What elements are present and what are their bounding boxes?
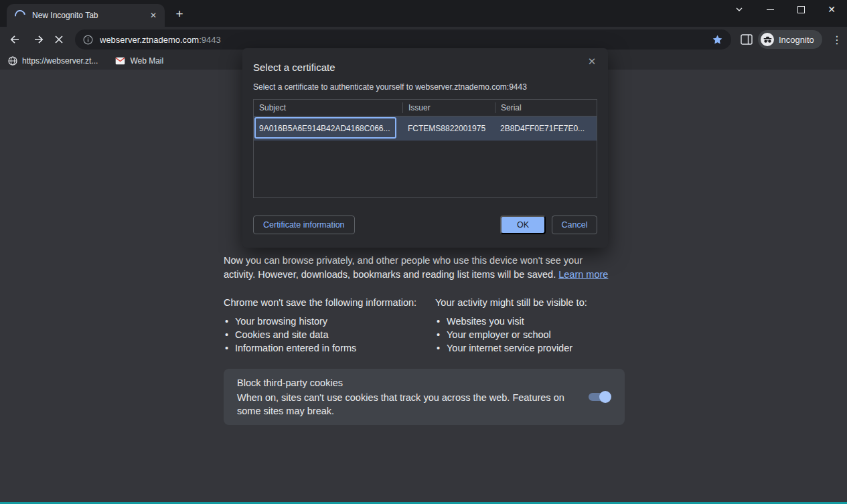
wont-save-column: Chrome won't save the following informat…	[224, 297, 428, 355]
stop-loading-button[interactable]	[51, 31, 67, 48]
tab-title: New Incognito Tab	[32, 11, 147, 20]
certificate-information-button[interactable]: Certificate information	[253, 216, 355, 234]
url-text: webserver.ztnademo.com:9443	[100, 35, 712, 45]
learn-more-link[interactable]: Learn more	[558, 269, 608, 280]
block-cookies-card: Block third-party cookies When on, sites…	[224, 369, 625, 425]
cell-serial: 2B8D4FF0E71FE7E0...	[495, 124, 597, 133]
maximize-button[interactable]	[785, 0, 816, 19]
list-item: Your employer or school	[435, 328, 639, 341]
bookmark-label: https://webserver.zt...	[22, 56, 98, 66]
browser-window: New Incognito Tab ✕ + ✕	[0, 0, 847, 504]
incognito-badge[interactable]: Incognito	[758, 30, 822, 49]
list-item: Websites you visit	[435, 315, 639, 328]
block-cookies-toggle[interactable]	[589, 393, 610, 401]
block-cookies-title: Block third-party cookies	[237, 377, 343, 388]
column-header-serial[interactable]: Serial	[495, 102, 597, 113]
new-tab-button[interactable]: +	[171, 6, 187, 22]
tab-new-incognito[interactable]: New Incognito Tab ✕	[7, 4, 165, 27]
list-item: Your internet service provider	[435, 341, 639, 355]
dialog-close-icon[interactable]: ✕	[584, 54, 600, 70]
bookmark-item-webmail[interactable]: Web Mail	[115, 56, 163, 66]
visible-to-column: Your activity might still be visible to:…	[435, 297, 639, 355]
bookmark-item-webserver[interactable]: https://webserver.zt...	[8, 56, 98, 66]
tab-close-icon[interactable]: ✕	[147, 9, 159, 21]
certificate-table: Subject Issuer Serial 9A016B5A6E914B42AD…	[253, 99, 597, 198]
window-menu-chevron-icon[interactable]	[724, 0, 755, 19]
list-item: Your browsing history	[224, 315, 428, 328]
incognito-icon	[761, 33, 774, 46]
visible-to-heading: Your activity might still be visible to:	[435, 297, 639, 308]
wont-save-heading: Chrome won't save the following informat…	[224, 297, 428, 308]
column-header-issuer[interactable]: Issuer	[402, 102, 495, 113]
list-item: Information entered in forms	[224, 341, 428, 355]
block-cookies-description: When on, sites can't use cookies that tr…	[237, 391, 577, 418]
selection-outline	[254, 117, 396, 139]
mail-icon	[115, 57, 125, 65]
table-header: Subject Issuer Serial	[254, 100, 597, 116]
cell-issuer: FCTEMS8822001975	[402, 124, 495, 133]
incognito-label: Incognito	[779, 35, 814, 45]
bookmark-label: Web Mail	[130, 56, 163, 66]
cancel-button[interactable]: Cancel	[552, 216, 597, 234]
list-item: Cookies and site data	[224, 328, 428, 341]
page-info-icon[interactable]	[83, 35, 93, 45]
close-window-button[interactable]: ✕	[816, 0, 847, 19]
window-caption-buttons: ✕	[724, 0, 847, 19]
certificate-row-selected[interactable]: 9A016B5A6E914B42AD4168C066... FCTEMS8822…	[254, 116, 597, 141]
dialog-subtitle: Select a certificate to authenticate you…	[253, 82, 527, 92]
globe-icon	[8, 56, 17, 66]
incognito-intro-text: Now you can browse privately, and other …	[224, 254, 615, 281]
ok-button[interactable]: OK	[500, 216, 546, 234]
tab-strip: New Incognito Tab ✕ + ✕	[0, 0, 847, 27]
dialog-buttons: Certificate information OK Cancel	[253, 216, 597, 234]
menu-kebab-icon[interactable]: ⋮	[830, 32, 844, 47]
address-bar[interactable]: webserver.ztnademo.com:9443	[75, 29, 731, 50]
back-button[interactable]	[7, 31, 23, 48]
minimize-button[interactable]	[755, 0, 785, 19]
column-header-subject[interactable]: Subject	[254, 103, 402, 112]
loading-spinner-icon	[13, 8, 27, 23]
select-certificate-dialog: Select a certificate ✕ Select a certific…	[242, 48, 608, 248]
toggle-knob	[599, 391, 611, 403]
dialog-title: Select a certificate	[253, 62, 335, 73]
forward-button[interactable]	[31, 31, 47, 48]
side-panel-icon[interactable]	[739, 31, 755, 48]
bookmark-star-icon[interactable]	[712, 34, 723, 46]
